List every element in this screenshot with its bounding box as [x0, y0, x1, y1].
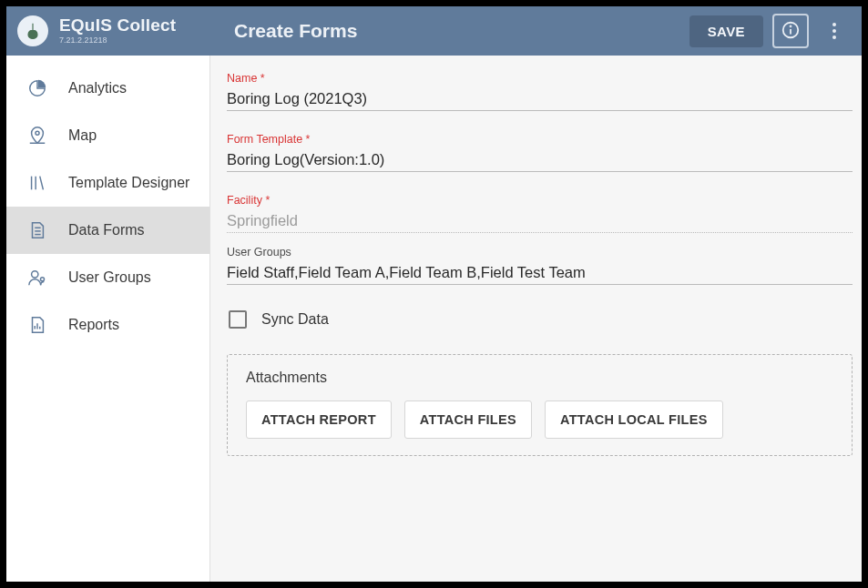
sidebar-item-label: User Groups	[68, 269, 151, 286]
app-window: EQuIS Collect 7.21.2.21218 Create Forms …	[0, 0, 868, 588]
sync-data-checkbox[interactable]	[229, 310, 247, 329]
user-groups-label: User Groups	[227, 246, 853, 259]
field-facility: Facility	[227, 194, 853, 233]
attach-buttons-row: ATTACH REPORT ATTACH FILES ATTACH LOCAL …	[246, 400, 833, 439]
sidebar-item-analytics[interactable]: Analytics	[6, 65, 209, 112]
page-title: Create Forms	[234, 20, 357, 42]
info-icon	[781, 20, 801, 43]
sidebar-item-label: Data Forms	[68, 222, 145, 238]
sidebar-item-label: Reports	[68, 317, 119, 333]
attach-report-button[interactable]: ATTACH REPORT	[246, 400, 392, 439]
sidebar-item-template-designer[interactable]: Template Designer	[6, 159, 209, 207]
name-label: Name	[227, 72, 853, 85]
brand-text: EQuIS Collect 7.21.2.21218	[59, 16, 176, 46]
app-header: EQuIS Collect 7.21.2.21218 Create Forms …	[6, 6, 862, 56]
field-name: Name	[227, 72, 853, 111]
app-body: Analytics Map Template Designer Data For…	[6, 56, 862, 582]
attach-files-button[interactable]: ATTACH FILES	[404, 400, 532, 439]
name-input[interactable]	[227, 86, 853, 111]
sync-data-row: Sync Data	[229, 310, 851, 329]
user-groups-input[interactable]	[227, 260, 853, 285]
users-icon	[26, 267, 48, 289]
sidebar-item-label: Template Designer	[68, 175, 189, 191]
sidebar-item-map[interactable]: Map	[6, 112, 209, 159]
brand-title: EQuIS Collect	[59, 16, 176, 35]
attachments-panel: Attachments ATTACH REPORT ATTACH FILES A…	[227, 354, 853, 456]
more-vertical-icon	[832, 23, 836, 39]
map-pin-icon	[26, 125, 48, 147]
field-user-groups: User Groups	[227, 246, 853, 285]
sidebar-item-reports[interactable]: Reports	[6, 301, 209, 349]
svg-line-7	[40, 177, 44, 190]
facility-input[interactable]	[227, 208, 853, 233]
sidebar-item-data-forms[interactable]: Data Forms	[6, 207, 209, 254]
sidebar: Analytics Map Template Designer Data For…	[6, 56, 210, 582]
attach-local-files-button[interactable]: ATTACH LOCAL FILES	[545, 400, 723, 439]
form-template-label: Form Template	[227, 133, 853, 146]
svg-point-2	[791, 25, 791, 26]
save-button[interactable]: SAVE	[689, 15, 763, 47]
svg-point-3	[36, 131, 39, 135]
brand-logo-icon	[17, 15, 48, 46]
books-icon	[26, 172, 48, 194]
form-content: Name Form Template Facility User Groups …	[210, 56, 862, 582]
svg-point-11	[32, 271, 38, 278]
sidebar-item-user-groups[interactable]: User Groups	[6, 254, 209, 301]
sidebar-item-label: Map	[68, 127, 97, 144]
brand-area: EQuIS Collect 7.21.2.21218	[6, 15, 210, 46]
sidebar-item-label: Analytics	[68, 80, 127, 96]
sync-data-label: Sync Data	[261, 311, 329, 328]
chart-pie-icon	[26, 77, 48, 99]
info-button[interactable]	[772, 14, 809, 48]
report-icon	[26, 314, 48, 336]
form-template-input[interactable]	[227, 147, 853, 172]
attachments-title: Attachments	[246, 370, 833, 386]
field-form-template: Form Template	[227, 133, 853, 172]
brand-version: 7.21.2.21218	[59, 36, 176, 46]
facility-label: Facility	[227, 194, 853, 207]
file-text-icon	[26, 219, 48, 241]
svg-point-12	[40, 278, 44, 281]
more-menu-button[interactable]	[816, 14, 853, 48]
